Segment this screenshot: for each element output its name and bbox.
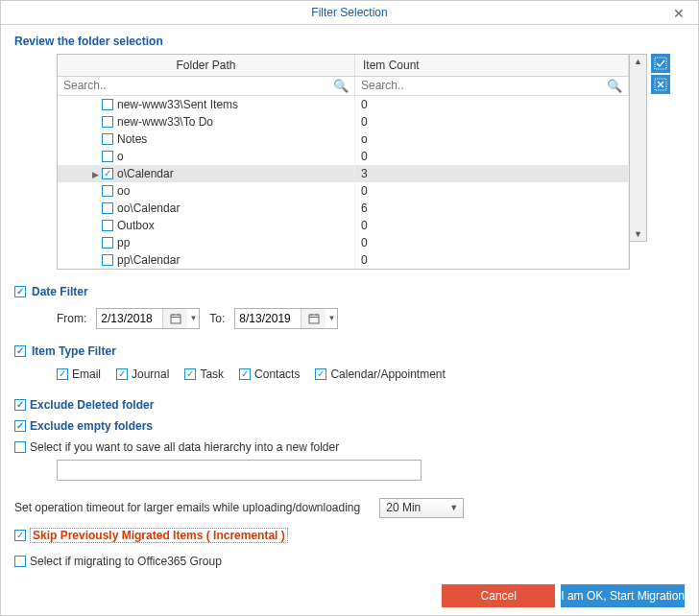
save-hierarchy-check[interactable]: Select if you want to save all data hier…: [14, 440, 685, 454]
timeout-label: Set operation timeout for larger emails …: [14, 501, 360, 514]
table-row[interactable]: pp0: [58, 234, 629, 251]
office365-group-check[interactable]: Select if migrating to Office365 Group: [14, 555, 685, 568]
footer: Cancel I am OK, Start Migration: [1, 578, 698, 616]
row-checkbox[interactable]: [102, 116, 113, 128]
email-check[interactable]: Email: [57, 367, 101, 381]
date-filter-label: Date Filter: [32, 285, 88, 298]
header-folder-path[interactable]: Folder Path: [58, 55, 355, 76]
expand-icon[interactable]: ▶: [90, 170, 100, 179]
table-row[interactable]: Outbox0: [58, 217, 629, 234]
folder-path-text: o\Calendar: [117, 167, 174, 180]
item-count-text: 0: [355, 217, 629, 234]
folder-path-text: new-www33\To Do: [117, 115, 213, 129]
from-date-input[interactable]: [97, 312, 162, 325]
review-label: Review the folder selection: [14, 35, 685, 48]
scroll-down-icon[interactable]: ▼: [630, 229, 646, 239]
folder-path-text: pp\Calendar: [117, 253, 180, 267]
table-row[interactable]: oo\Calendar6: [58, 200, 629, 217]
table-row[interactable]: new-www33\To Do0: [58, 113, 629, 130]
folder-path-text: Notes: [117, 132, 147, 146]
table-row[interactable]: oo0: [58, 182, 629, 200]
chevron-down-icon[interactable]: ▼: [325, 314, 337, 322]
table-row[interactable]: ▶o\Calendar3: [58, 165, 629, 182]
row-checkbox[interactable]: [102, 237, 113, 249]
journal-check[interactable]: Journal: [116, 367, 169, 381]
calendar-icon[interactable]: [301, 309, 325, 328]
folder-grid: Folder Path Item Count 🔍 🔍 new-www33\Sen…: [57, 54, 630, 270]
check-all-button[interactable]: [651, 54, 670, 73]
calendar-icon[interactable]: [162, 309, 187, 328]
folder-path-text: Outbox: [117, 219, 155, 232]
row-checkbox[interactable]: [102, 220, 113, 231]
search-path-cell: 🔍: [58, 77, 355, 95]
contacts-check[interactable]: Contacts: [239, 367, 300, 381]
item-types-row: Email Journal Task Contacts Calendar/App…: [57, 367, 685, 381]
chevron-down-icon[interactable]: ▼: [187, 314, 199, 322]
row-checkbox[interactable]: [102, 185, 113, 197]
svg-rect-2: [171, 315, 181, 323]
date-filter-checkbox[interactable]: [14, 286, 26, 297]
date-filter-toggle[interactable]: Date Filter: [14, 285, 685, 298]
table-row[interactable]: pp\Calendar0: [58, 251, 629, 269]
item-count-text: 0: [355, 113, 629, 130]
item-count-text: 6: [355, 200, 629, 217]
item-count-text: 3: [355, 165, 629, 182]
timeout-row: Set operation timeout for larger emails …: [14, 498, 685, 518]
row-checkbox[interactable]: [102, 254, 113, 266]
table-row[interactable]: Noteso: [58, 130, 629, 148]
table-row[interactable]: o0: [58, 148, 629, 165]
item-count-text: 0: [355, 234, 629, 251]
content: Review the folder selection Folder Path …: [1, 25, 698, 578]
item-type-checkbox[interactable]: [14, 345, 26, 357]
to-label: To:: [209, 312, 225, 325]
table-row[interactable]: new-www33\Sent Items0: [58, 96, 629, 113]
grid-body: new-www33\Sent Items0new-www33\To Do0Not…: [58, 96, 629, 269]
item-count-text: 0: [355, 182, 629, 200]
close-icon[interactable]: ✕: [660, 1, 698, 26]
grid-scrollbar[interactable]: ▲ ▼: [630, 54, 647, 242]
chevron-down-icon[interactable]: ▼: [446, 503, 461, 512]
header-item-count[interactable]: Item Count: [355, 55, 629, 76]
folder-path-text: new-www33\Sent Items: [117, 98, 238, 111]
start-migration-button[interactable]: I am OK, Start Migration: [561, 584, 685, 607]
folder-path-text: pp: [117, 236, 130, 249]
item-type-label: Item Type Filter: [32, 344, 116, 358]
hierarchy-folder-input[interactable]: [57, 460, 422, 481]
task-check[interactable]: Task: [184, 367, 224, 381]
item-count-text: 0: [355, 251, 629, 269]
calendar-check[interactable]: Calendar/Appointment: [315, 367, 445, 381]
item-type-filter-toggle[interactable]: Item Type Filter: [14, 344, 685, 358]
to-date-field[interactable]: ▼: [234, 308, 338, 329]
scroll-up-icon[interactable]: ▲: [630, 57, 646, 66]
grid-actions: [651, 54, 670, 94]
window-title: Filter Selection: [1, 6, 698, 19]
to-date-input[interactable]: [235, 312, 301, 325]
search-count-input[interactable]: [361, 79, 607, 92]
folder-grid-wrap: Folder Path Item Count 🔍 🔍 new-www33\Sen…: [57, 54, 685, 270]
row-checkbox[interactable]: [102, 133, 113, 145]
row-checkbox[interactable]: [102, 202, 113, 214]
exclude-empty-check[interactable]: Exclude empty folders: [14, 419, 685, 433]
item-count-text: 0: [355, 148, 629, 165]
item-count-text: o: [355, 130, 629, 148]
grid-header: Folder Path Item Count: [58, 55, 629, 77]
timeout-select[interactable]: 20 Min ▼: [379, 498, 464, 518]
search-count-cell: 🔍: [355, 77, 629, 95]
cancel-button[interactable]: Cancel: [442, 584, 555, 607]
folder-path-text: o: [117, 150, 124, 163]
search-icon[interactable]: 🔍: [607, 79, 622, 93]
grid-search-row: 🔍 🔍: [58, 77, 629, 96]
from-label: From:: [57, 312, 86, 325]
row-checkbox[interactable]: [102, 168, 113, 179]
from-date-field[interactable]: ▼: [96, 308, 200, 329]
search-icon[interactable]: 🔍: [333, 79, 349, 93]
titlebar: Filter Selection ✕: [1, 1, 698, 25]
uncheck-all-button[interactable]: [651, 75, 670, 94]
svg-rect-0: [655, 58, 666, 69]
row-checkbox[interactable]: [102, 99, 113, 110]
search-path-input[interactable]: [63, 79, 333, 92]
exclude-deleted-check[interactable]: Exclude Deleted folder: [14, 398, 685, 412]
skip-migrated-check[interactable]: Skip Previously Migrated Items ( Increme…: [14, 528, 685, 543]
row-checkbox[interactable]: [102, 151, 113, 162]
folder-path-text: oo\Calendar: [117, 201, 180, 215]
